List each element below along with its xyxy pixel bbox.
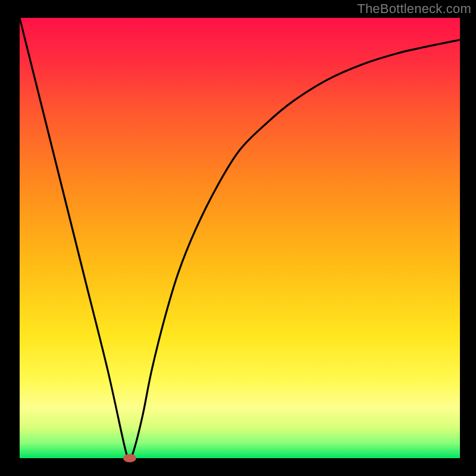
plot-area: [20, 18, 460, 458]
watermark-text: TheBottleneck.com: [357, 1, 471, 17]
bottleneck-chart: [0, 0, 476, 476]
optimal-point-marker: [123, 454, 136, 462]
